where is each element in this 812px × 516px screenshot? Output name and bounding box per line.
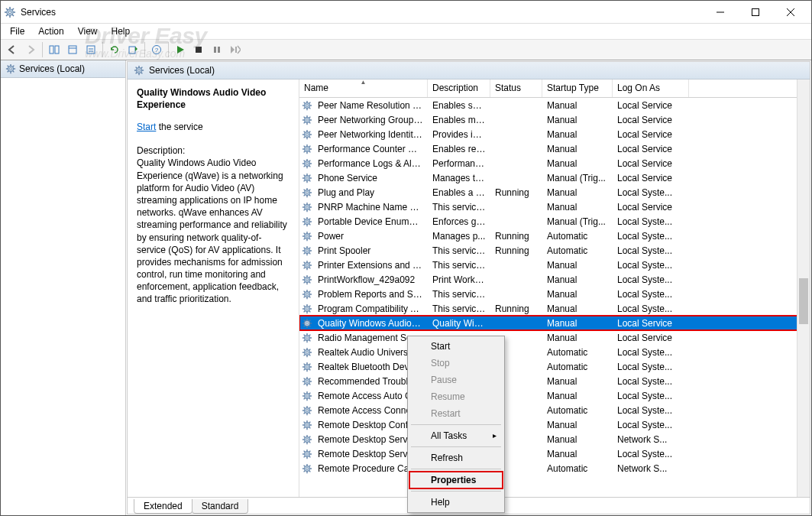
cell-startup: Manual [542, 303, 613, 314]
cell-logon: Local Syste... [613, 405, 689, 416]
table-row[interactable]: Portable Device Enumerator...Enforces gr… [299, 214, 810, 229]
pause-service-button[interactable] [209, 41, 225, 58]
tab-standard[interactable]: Standard [192, 499, 249, 514]
start-link[interactable]: Start [137, 122, 156, 132]
table-row[interactable]: Remote Desktop Configurat...ManualLocal … [299, 417, 810, 432]
back-button[interactable] [4, 41, 21, 58]
cell-logon: Local Syste... [613, 216, 689, 227]
ctx-all-tasks[interactable]: All Tasks▸ [409, 427, 503, 444]
table-row[interactable]: Program Compatibility Assi...This servic… [299, 301, 810, 316]
cell-name: Portable Device Enumerator... [313, 216, 428, 227]
table-row[interactable]: Performance Counter DLL ...Enables rem..… [299, 141, 810, 156]
window-title: Services [21, 7, 703, 18]
cell-startup: Manual [542, 260, 613, 271]
cell-logon: Network S... [613, 434, 689, 445]
cell-logon: Local Syste... [613, 245, 689, 256]
column-startup[interactable]: Startup Type [542, 80, 613, 97]
table-row[interactable]: Print SpoolerThis service ...RunningAuto… [299, 243, 810, 258]
table-row[interactable]: Remote Procedure Call (RPC)AutomaticNetw… [299, 461, 810, 475]
forward-button[interactable] [22, 41, 39, 58]
table-row[interactable]: Realtek Bluetooth Device M...AutomaticLo… [299, 359, 810, 374]
table-row[interactable]: Performance Logs & AlertsPerformanc...Ma… [299, 156, 810, 170]
cell-logon: Local Service [613, 144, 689, 154]
ctx-properties[interactable]: Properties [409, 472, 503, 488]
table-row[interactable]: Realtek Audio Universal Ser...AutomaticL… [299, 345, 810, 359]
cell-startup: Manual [542, 274, 613, 285]
close-button[interactable] [773, 1, 808, 24]
tree-root[interactable]: Services (Local) [1, 60, 125, 78]
table-row[interactable]: Recommended Troublesho...ManualLocal Sys… [299, 374, 810, 388]
column-status[interactable]: Status [490, 80, 542, 97]
gear-icon [5, 63, 16, 74]
ctx-start[interactable]: Start [409, 338, 503, 355]
vertical-scrollbar[interactable] [797, 80, 810, 497]
gear-icon [301, 245, 313, 256]
table-row[interactable]: Peer Networking Identity M...Provides id… [299, 127, 810, 141]
tab-extended[interactable]: Extended [134, 499, 192, 514]
start-service-button[interactable] [172, 41, 189, 58]
gear-icon [301, 231, 313, 242]
table-row[interactable]: Problem Reports and Soluti...This servic… [299, 287, 810, 301]
cell-logon: Local Syste... [613, 376, 689, 387]
ctx-help[interactable]: Help [409, 494, 503, 511]
content-header-label: Services (Local) [149, 65, 215, 76]
cell-logon: Local Syste... [613, 449, 689, 459]
menu-view[interactable]: View [72, 24, 104, 38]
content-header: Services (Local) [128, 62, 810, 80]
table-row[interactable]: Remote Access Connection...AutomaticLoca… [299, 403, 810, 417]
table-row[interactable]: Remote Access Auto Conne...ManualLocal S… [299, 388, 810, 403]
table-row[interactable]: Plug and PlayEnables a c...RunningManual… [299, 185, 810, 200]
restart-service-button[interactable] [227, 41, 244, 58]
gear-icon [301, 391, 313, 401]
ctx-stop: Stop [409, 355, 503, 372]
menu-help[interactable]: Help [105, 24, 137, 38]
export-list-button[interactable] [125, 41, 141, 58]
column-logon[interactable]: Log On As [613, 80, 689, 97]
cell-description: Print Workfl... [428, 274, 490, 285]
cell-logon: Local Syste... [613, 274, 689, 285]
minimize-button[interactable] [703, 1, 738, 24]
cell-logon: Local Syste... [613, 420, 689, 430]
gear-icon [301, 202, 313, 213]
gear-icon [134, 65, 144, 76]
ctx-refresh[interactable]: Refresh [409, 449, 503, 466]
maximize-button[interactable] [738, 1, 773, 24]
menu-action[interactable]: Action [32, 24, 70, 38]
cell-name: Peer Networking Identity M... [313, 129, 428, 140]
column-description[interactable]: Description [428, 80, 490, 97]
cell-description: Manages p... [428, 231, 490, 242]
table-row[interactable]: Peer Networking GroupingEnables mul...Ma… [299, 112, 810, 127]
description-label: Description: [137, 144, 290, 157]
help-button[interactable]: ? [148, 41, 165, 58]
properties-button[interactable] [64, 41, 81, 58]
menu-file[interactable]: File [4, 24, 31, 38]
table-row[interactable]: Radio Management ServiceManualLocal Serv… [299, 330, 810, 345]
table-row[interactable]: PrintWorkflow_429a092Print Workfl...Manu… [299, 272, 810, 287]
table-row[interactable]: PNRP Machine Name Publi...This service .… [299, 200, 810, 214]
cell-logon: Local Syste... [613, 362, 689, 372]
table-row[interactable]: Remote Desktop Services U...ManualLocal … [299, 446, 810, 461]
show-hide-tree-button[interactable] [46, 41, 63, 58]
table-row[interactable]: Phone ServiceManages th...Manual (Trig..… [299, 170, 810, 185]
stop-service-button[interactable] [190, 41, 207, 58]
cell-name: Phone Service [313, 173, 428, 183]
export-button[interactable] [82, 41, 99, 58]
cell-logon: Local Service [613, 333, 689, 343]
cell-startup: Manual [542, 333, 613, 343]
cell-description: Provides ide... [428, 129, 490, 140]
table-row[interactable]: Printer Extensions and Notif...This serv… [299, 258, 810, 272]
scrollbar-thumb[interactable] [799, 278, 808, 324]
cell-description: Enables serv... [428, 100, 490, 111]
table-row[interactable]: Peer Name Resolution Prot...Enables serv… [299, 98, 810, 112]
refresh-button[interactable] [106, 41, 123, 58]
cell-logon: Local Syste... [613, 391, 689, 401]
cell-description: Enables a c... [428, 187, 490, 198]
cell-name: Print Spooler [313, 245, 428, 256]
table-row[interactable]: Remote Desktop ServicesManualNetwork S..… [299, 432, 810, 446]
ctx-pause: Pause [409, 372, 503, 388]
table-row[interactable]: PowerManages p...RunningAutomaticLocal S… [299, 229, 810, 243]
table-row[interactable]: Quality Windows Audio Vid...Quality Win.… [299, 316, 810, 330]
cell-startup: Automatic [542, 231, 613, 242]
gear-icon [301, 260, 313, 271]
column-name[interactable]: Name▲ [299, 80, 428, 97]
